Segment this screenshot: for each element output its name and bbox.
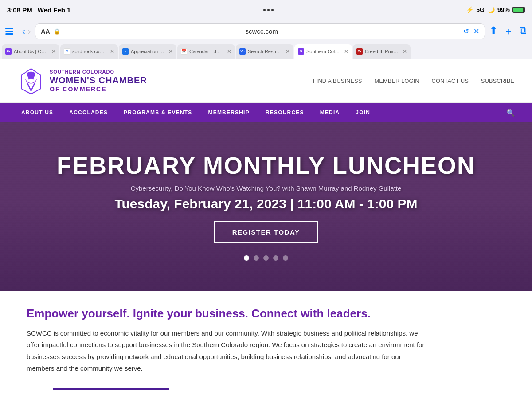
content-section: Empower yourself. Ignite your business. … — [0, 291, 532, 385]
logo-icon — [18, 66, 44, 95]
forward-button[interactable]: › — [28, 26, 31, 36]
hero-dot-5[interactable] — [283, 255, 288, 261]
tab-label: solid rock communit... — [72, 49, 106, 54]
day: Wed Feb 1 — [38, 6, 71, 14]
nav-membership[interactable]: MEMBERSHIP — [200, 103, 258, 122]
hero-dot-1[interactable] — [244, 255, 249, 261]
tab-calendar[interactable]: 📅 Calendar - default |... ✕ — [177, 44, 235, 59]
browser-chrome: ‹ › AA 🔒 scwcc.com ↺ ✕ ⬆ ＋ ⧉ — [0, 20, 532, 43]
tab-search-results[interactable]: Va Search Results | Va... ✕ — [236, 44, 293, 59]
find-business-link[interactable]: FIND A BUSINESS — [313, 78, 362, 84]
tab-close[interactable]: ✕ — [110, 48, 114, 55]
tab-solid-rock[interactable]: G solid rock communit... ✕ — [60, 44, 118, 59]
battery-fill — [513, 8, 523, 12]
sidebar-icon-line — [5, 28, 13, 29]
tab-label: About Us | Colorado... — [14, 49, 47, 54]
logo-large: WOMEN'S CHAMBER — [50, 75, 147, 86]
search-icon[interactable]: 🔍 — [503, 109, 519, 117]
new-tab-icon[interactable]: ＋ — [504, 25, 513, 38]
browser-tabs: ib About Us | Colorado... ✕ G solid rock… — [0, 43, 532, 59]
address-actions: ↺ ✕ — [463, 27, 479, 35]
website-content: SOUTHERN COLORADO WOMEN'S CHAMBER OF COM… — [0, 59, 532, 399]
event-photos-section: Event Photos — [0, 385, 532, 399]
sidebar-icon-line — [5, 31, 13, 32]
nav-media[interactable]: MEDIA — [312, 103, 348, 122]
logo-area: SOUTHERN COLORADO WOMEN'S CHAMBER OF COM… — [18, 66, 147, 95]
back-button[interactable]: ‹ — [22, 26, 25, 36]
hero-dots — [57, 255, 475, 261]
reload-icon[interactable]: ↺ — [463, 27, 469, 35]
tab-southern-colorado[interactable]: S Southern Colorado... ✕ — [294, 44, 352, 59]
address-bar[interactable]: AA 🔒 scwcc.com ↺ ✕ — [35, 23, 485, 39]
tab-favicon: S — [298, 48, 304, 55]
tab-close[interactable]: ✕ — [168, 48, 173, 55]
signal-icon: ⚡ — [466, 6, 473, 13]
tab-favicon: G — [64, 48, 70, 55]
signal-strength: 5G — [476, 6, 485, 13]
nav-programs-events[interactable]: PROGRAMS & EVENTS — [116, 103, 200, 122]
tab-label: Appreciation Financ... — [131, 49, 164, 54]
register-today-button[interactable]: REGISTER TODAY — [214, 221, 319, 243]
url-display[interactable]: scwcc.com — [64, 27, 460, 35]
main-nav: ABOUT US ACCOLADES PROGRAMS & EVENTS MEM… — [0, 103, 532, 122]
browser-actions: ⬆ ＋ ⧉ — [489, 25, 527, 38]
nav-resources[interactable]: RESOURCES — [258, 103, 312, 122]
header-nav: FIND A BUSINESS MEMBER LOGIN CONTACT US … — [313, 78, 514, 84]
logo-medium: OF COMMERCE — [50, 86, 147, 93]
sidebar-toggle[interactable] — [5, 28, 18, 35]
status-center — [263, 9, 274, 11]
site-header: SOUTHERN COLORADO WOMEN'S CHAMBER OF COM… — [0, 59, 532, 103]
tab-favicon: ib — [5, 48, 12, 55]
status-dot — [263, 9, 266, 11]
event-photos-heading: Event Photos — [53, 388, 169, 399]
time: 3:08 PM — [7, 6, 32, 14]
tab-appreciation[interactable]: a Appreciation Financ... ✕ — [119, 44, 176, 59]
close-icon[interactable]: ✕ — [473, 27, 479, 35]
sidebar-icon-line — [5, 33, 13, 35]
tab-favicon: 📅 — [181, 48, 187, 55]
tab-label: Creed III Private Scr... — [365, 49, 399, 54]
subscribe-link[interactable]: SUBSCRIBE — [481, 78, 514, 84]
moon-icon: 🌙 — [487, 6, 495, 13]
tab-favicon: a — [122, 48, 129, 55]
member-login-link[interactable]: MEMBER LOGIN — [374, 78, 419, 84]
contact-us-link[interactable]: CONTACT US — [432, 78, 469, 84]
status-dot — [267, 9, 270, 11]
lock-icon: 🔒 — [54, 28, 60, 35]
tab-close[interactable]: ✕ — [286, 48, 290, 55]
font-size-control[interactable]: AA — [41, 28, 50, 35]
hero-title: FEBRUARY MONTHLY LUNCHEON — [57, 153, 475, 179]
status-left: 3:08 PM Wed Feb 1 — [7, 6, 70, 14]
tab-label: Calendar - default |... — [189, 49, 223, 54]
hero-dot-2[interactable] — [254, 255, 259, 261]
tab-close[interactable]: ✕ — [227, 48, 231, 55]
hero-content: FEBRUARY MONTHLY LUNCHEON Cybersecurity,… — [57, 153, 475, 260]
tabs-icon[interactable]: ⧉ — [520, 25, 527, 38]
logo-text: SOUTHERN COLORADO WOMEN'S CHAMBER OF COM… — [50, 69, 147, 93]
share-icon[interactable]: ⬆ — [489, 25, 497, 38]
hero-section: FEBRUARY MONTHLY LUNCHEON Cybersecurity,… — [0, 122, 532, 291]
tab-favicon: Cr — [356, 48, 363, 55]
tab-close[interactable]: ✕ — [403, 48, 407, 55]
nav-about-us[interactable]: ABOUT US — [13, 103, 61, 122]
status-dot — [271, 9, 274, 11]
battery-percent: 99% — [497, 6, 510, 13]
nav-arrows: ‹ › — [22, 26, 31, 36]
nav-accolades[interactable]: ACCOLADES — [61, 103, 116, 122]
tab-close[interactable]: ✕ — [344, 48, 348, 55]
hero-dot-4[interactable] — [273, 255, 278, 261]
tab-close[interactable]: ✕ — [51, 48, 56, 55]
tab-favicon: Va — [239, 48, 246, 55]
status-bar: 3:08 PM Wed Feb 1 ⚡ 5G 🌙 99% — [0, 0, 532, 20]
status-right: ⚡ 5G 🌙 99% — [466, 6, 525, 13]
hero-subtitle: Cybersecurity, Do You Know Who's Watchin… — [57, 184, 475, 192]
tagline: Empower yourself. Ignite your business. … — [27, 307, 505, 321]
tab-about-us[interactable]: ib About Us | Colorado... ✕ — [2, 44, 59, 59]
nav-join[interactable]: JOIN — [348, 103, 378, 122]
logo-small: SOUTHERN COLORADO — [50, 69, 147, 75]
hero-date: Tuesday, February 21, 2023 | 11:00 AM - … — [57, 196, 475, 211]
hero-dot-3[interactable] — [263, 255, 269, 261]
tab-creed[interactable]: Cr Creed III Private Scr... ✕ — [353, 44, 411, 59]
description: SCWCC is committed to economic vitality … — [27, 328, 426, 374]
tab-label: Southern Colorado... — [306, 49, 340, 54]
